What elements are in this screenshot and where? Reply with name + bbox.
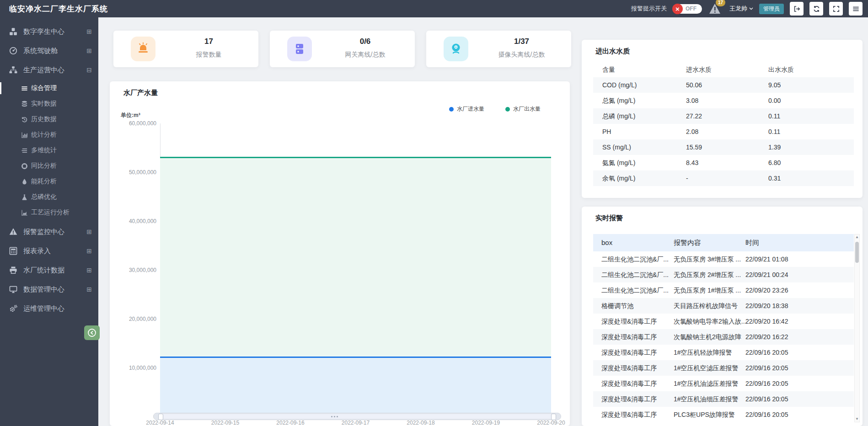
table-cell: 0.11 [768,124,780,139]
legend-item-1[interactable]: 水厂出水量 [505,105,541,113]
flask-icon [21,194,28,201]
sidebar-subitem-label: 总磷优化 [31,193,57,201]
alarm-row: 深度处理&消毒工序1#空压机油细压差报警22/09/16 20:05 [593,391,854,407]
stat-value: 1/37 [481,37,562,46]
user-menu[interactable]: 王龙帅 [729,5,753,13]
water-quality-col-1: 进水水质 [686,62,712,77]
datazoom-slider[interactable] [153,413,561,420]
sidebar-item-label: 水厂统计数据 [23,266,86,275]
table-cell: 0.00 [768,93,781,108]
alarm-cell: PLC3柜UPS故障报警 [674,407,735,422]
alarm-cell: 22/09/20 23:26 [745,282,788,298]
y-axis-tick-label: 60,000,000 [117,120,156,127]
sidebar-subitem-多维统计[interactable]: 多维统计 [0,143,98,158]
sidebar-collapse-button[interactable] [84,325,100,340]
refresh-button[interactable] [809,2,823,16]
stat-label: 摄像头离线/总数 [481,51,562,59]
expand-plus-icon[interactable]: ⊞ [86,228,92,235]
expand-plus-icon[interactable]: ⊞ [86,247,92,255]
monitor-icon [9,285,17,293]
alarm-cell: 深度处理&消毒工序 [601,391,657,407]
menu-lines-icon [21,85,28,92]
logout-button[interactable] [790,2,804,16]
alarm-cell: 无负压泵房 3#增压泵 ... [674,251,741,267]
sidebar-item-0[interactable]: 数字孪生中心⊞ [0,22,98,41]
sidebar-subitem-能耗分析[interactable]: 能耗分析 [0,174,98,189]
expand-plus-icon[interactable]: ⊞ [86,286,92,293]
expand-plus-icon[interactable]: ⊞ [86,28,92,35]
legend-item-0[interactable]: 水厂进水量 [449,105,484,113]
scrollbar-thumb[interactable] [855,242,859,263]
sidebar-subitem-历史数据[interactable]: 历史数据 [0,112,98,127]
datazoom-right-handle[interactable] [551,414,556,420]
sidebar-item-2[interactable]: 生产运营中心⊟ [0,60,98,80]
alarm-siren-icon [131,37,155,61]
warning-icon [9,228,17,236]
table-row: 氨氮 (mg/L)8.436.80 [593,155,854,170]
sidebar-subitem-label: 历史数据 [31,115,57,123]
table-cell: PH [602,124,611,139]
sidebar-subitem-同比分析[interactable]: 同比分析 [0,158,98,174]
sidebar: 数字孪生中心⊞系统驾驶舱⊞生产运营中心⊟综合管理实时数据历史数据统计分析多维统计… [0,17,98,426]
stat-card-2: 1/37摄像头离线/总数 [426,31,571,67]
legend-dot [449,107,454,112]
table-cell: 2.08 [686,124,698,139]
x-axis-tick-label: 2022-09-20 [526,420,576,426]
alarm-row: 深度处理&消毒工序次氯酸钠主机2电源故障22/09/20 16:22 [593,329,854,345]
sidebar-subitem-label: 综合管理 [31,84,57,92]
alarm-cell: 1#空压机油滤压差报警 [674,376,739,391]
collapse-minus-icon[interactable]: ⊟ [86,66,92,74]
x-axis-tick-label: 2022-09-19 [461,420,511,426]
avatar[interactable]: 17 [708,2,723,15]
submenu: 综合管理实时数据历史数据统计分析多维统计同比分析能耗分析总磷优化工艺运行分析 [0,80,98,220]
stat-label: 报警数量 [168,51,249,59]
alarm-cell: 22/09/20 16:22 [745,329,788,345]
sidebar-subitem-总磷优化[interactable]: 总磷优化 [0,189,98,205]
alarm-toggle-switch[interactable]: × OFF [673,4,702,14]
expand-plus-icon[interactable]: ⊞ [86,47,92,54]
history-icon [21,116,28,123]
legend-label: 水厂出水量 [513,105,541,113]
sidebar-item-4[interactable]: 报表录入⊞ [0,241,98,261]
sidebar-item-6[interactable]: 数据管理中心⊞ [0,280,98,299]
sidebar-subitem-综合管理[interactable]: 综合管理 [0,80,98,96]
table-cell: SS (mg/L) [602,139,631,155]
dashboard-root: 临安净水二厂李生水厂系统 报警提示开关 × OFF 17 王龙帅 [0,0,868,426]
sidebar-subitem-统计分析[interactable]: 统计分析 [0,127,98,143]
sidebar-item-1[interactable]: 系统驾驶舱⊞ [0,41,98,60]
alarm-row: 二组生化池二沉池&厂...无负压泵房 3#增压泵 ...22/09/21 01:… [593,251,854,267]
sidebar-subitem-工艺运行分析[interactable]: 工艺运行分析 [0,205,98,220]
toggle-state-text: OFF [686,5,697,12]
scroll-down-icon[interactable]: ▼ [855,416,859,422]
table-cell: 氨氮 (mg/L) [602,155,635,170]
camera-icon [444,37,468,61]
datazoom-left-handle[interactable] [158,414,163,420]
area-chart-icon [21,209,28,216]
sidebar-subitem-实时数据[interactable]: 实时数据 [0,96,98,112]
fullscreen-icon [832,5,840,13]
sidebar-item-7[interactable]: 运维管理中心 [0,299,98,318]
bar-chart-icon [21,132,28,138]
x-axis-tick-label: 2022-09-16 [265,420,316,426]
sidebar-item-3[interactable]: 报警监控中心⊞ [0,222,98,241]
chevron-down-icon [749,7,753,10]
alarm-row: 深度处理&消毒工序1#空压机空滤压差报警22/09/16 20:05 [593,360,854,376]
alarm-cell: 深度处理&消毒工序 [601,329,657,345]
alarm-cell: 深度处理&消毒工序 [601,360,657,376]
app-title: 临安净水二厂李生水厂系统 [9,4,108,14]
menu-button[interactable] [849,2,863,16]
fullscreen-button[interactable] [829,2,843,16]
stat-card-1: 0/6网关离线/总数 [270,31,415,67]
scroll-up-icon[interactable]: ▲ [855,234,859,240]
sidebar-item-label: 数据管理中心 [23,285,86,294]
legend-dot [505,107,510,112]
alarm-scrollbar[interactable]: ▲ ▼ [854,234,860,422]
calculator-icon [9,247,17,255]
y-axis-tick-label: 0 [117,414,156,420]
datazoom-grip[interactable] [331,416,338,417]
topbar-controls: 报警提示开关 × OFF 17 王龙帅 管理员 [631,2,868,16]
expand-plus-icon[interactable]: ⊞ [86,266,92,274]
x-axis-tick-label: 2022-09-17 [331,420,381,426]
sidebar-menu: 数字孪生中心⊞系统驾驶舱⊞生产运营中心⊟综合管理实时数据历史数据统计分析多维统计… [0,22,98,318]
sidebar-item-5[interactable]: 水厂统计数据⊞ [0,261,98,280]
